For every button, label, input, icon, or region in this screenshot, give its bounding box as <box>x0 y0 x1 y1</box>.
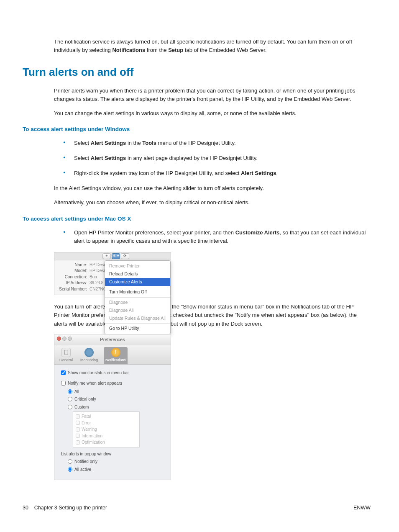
text: in the <box>126 140 142 146</box>
radio-input[interactable] <box>68 397 72 401</box>
label-name: Name: <box>57 262 87 268</box>
chk <box>76 434 80 438</box>
subhead-windows: To access alert settings under Windows <box>23 125 371 134</box>
mac-after-para: You can turn off alerts completely by un… <box>54 303 371 328</box>
radio-input[interactable] <box>68 389 72 394</box>
label-connection: Connection: <box>57 274 87 280</box>
intro-mid: from the <box>145 47 168 53</box>
custom-alert-levels-list: Fatal Error Warning Information Optimiza… <box>73 411 140 447</box>
bold-alert-settings: Alert Settings <box>91 155 126 161</box>
menu-customize-alerts[interactable]: Customize Alerts <box>105 278 170 286</box>
subhead-mac: To access alert settings under Mac OS X <box>23 215 371 224</box>
menu-go-to-hp-utility[interactable]: Go to HP Utility <box>105 324 170 332</box>
menu-remove-printer[interactable]: Remove Printer <box>105 262 170 270</box>
win-after-1: In the Alert Settings window, you can us… <box>54 184 371 193</box>
level-warning[interactable]: Warning <box>73 426 139 433</box>
radio-all[interactable]: All <box>68 388 164 395</box>
bold-alert-settings: Alert Settings <box>241 170 276 176</box>
intro-bold-setup: Setup <box>168 47 183 53</box>
menu-reload-details[interactable]: Reload Details <box>105 270 170 278</box>
radio-critical-only[interactable]: Critical only <box>68 396 164 403</box>
tab-label: Monitoring <box>80 358 98 362</box>
win-bullet-2: Select Alert Settings in any alert page … <box>54 154 371 162</box>
show-monitor-checkbox[interactable] <box>61 370 66 375</box>
text: Select <box>74 155 91 161</box>
label-serial-number: Serial Number: <box>57 286 87 293</box>
general-icon: ⎕ <box>61 348 71 357</box>
chapter-label: Chapter 3 Setting up the printer <box>34 505 107 511</box>
list-alerts-radio-group: Notified only All active <box>61 458 164 473</box>
radio-label: Notified only <box>74 458 97 465</box>
gear-pill[interactable]: ✻ ▾ <box>112 253 120 259</box>
tab-label: General <box>59 358 73 362</box>
radio-label: Critical only <box>74 396 96 403</box>
close-dot-icon[interactable] <box>57 337 61 341</box>
label: Information <box>82 433 102 439</box>
zoom-dot-icon[interactable] <box>68 337 72 341</box>
radio-label: All <box>74 388 79 395</box>
level-fatal[interactable]: Fatal <box>73 413 139 420</box>
checkbox-show-monitor-status[interactable]: Show monitor status in menu bar <box>61 370 164 376</box>
menu-turn-monitoring-off[interactable]: Turn Monitoring Off <box>105 288 170 296</box>
radio-label: All active <box>74 466 91 473</box>
preferences-body: Show monitor status in menu bar Notify m… <box>54 365 171 480</box>
level-optimization[interactable]: Optimization <box>73 439 139 446</box>
checkbox-label: Show monitor status in menu bar <box>68 370 129 376</box>
text: menu of the HP Designjet Utility. <box>156 140 236 146</box>
chk <box>76 440 80 445</box>
footer-right: ENWW <box>353 504 371 512</box>
text: Right-click the system tray icon of the … <box>74 170 241 176</box>
preferences-titlebar: Preferences <box>54 334 171 345</box>
notifications-icon: ! <box>111 348 120 357</box>
tab-monitoring[interactable]: Monitoring <box>79 347 100 364</box>
win-bullet-1: Select Alert Settings in the Tools menu … <box>54 139 371 147</box>
level-information[interactable]: Information <box>73 433 139 439</box>
preferences-toolbar: ⎕ General Monitoring ! Notifications <box>54 345 171 365</box>
text: Open HP Printer Monitor preferences, sel… <box>74 229 235 236</box>
menu-separator <box>105 323 170 324</box>
para-alerts-warn: Printer alerts warn you when there is a … <box>23 87 371 103</box>
win-after-2: Alternatively, you can choose when, if e… <box>54 198 371 207</box>
radio-input[interactable] <box>68 459 72 464</box>
notify-me-checkbox[interactable] <box>61 381 66 386</box>
refresh-pill[interactable]: ⟳ <box>121 253 129 259</box>
radio-notified-only[interactable]: Notified only <box>68 458 164 465</box>
mac-bullet-1: Open HP Printer Monitor preferences, sel… <box>54 229 371 245</box>
section-title: Turn alerts on and off <box>23 64 371 80</box>
label: Optimization <box>82 439 105 446</box>
label: Fatal <box>82 413 91 420</box>
chk <box>76 421 80 425</box>
window-title: Preferences <box>100 337 125 342</box>
text: . <box>276 170 278 176</box>
mac-bullet-list: Open HP Printer Monitor preferences, sel… <box>54 229 371 245</box>
radio-input[interactable] <box>68 467 72 472</box>
chk <box>76 427 80 432</box>
menu-separator <box>105 287 170 287</box>
label-model: Model: <box>57 268 87 274</box>
menu-diagnose-all[interactable]: Diagnose All <box>105 306 170 314</box>
radio-input[interactable] <box>68 405 72 409</box>
traffic-lights <box>57 337 72 341</box>
win-bullet-3: Right-click the system tray icon of the … <box>54 169 371 177</box>
level-error[interactable]: Error <box>73 420 139 427</box>
tab-general[interactable]: ⎕ General <box>58 347 74 364</box>
tab-notifications[interactable]: ! Notifications <box>104 347 128 364</box>
windows-bullet-list: Select Alert Settings in the Tools menu … <box>54 139 371 177</box>
minimize-dot-icon[interactable] <box>62 337 66 341</box>
list-alerts-heading: List alerts in popup window <box>61 451 164 457</box>
bold-tools: Tools <box>142 140 156 146</box>
screenshot-mac-dropdown: + ✻ ▾ ⟳ Name: Model: Connection: IP Addr… <box>54 252 171 296</box>
radio-custom[interactable]: Custom <box>68 404 164 411</box>
intro-end: tab of the Embedded Web Server. <box>183 47 266 53</box>
bold-customize-alerts: Customize Alerts <box>235 229 280 236</box>
menu-diagnose[interactable]: Diagnose <box>105 298 170 306</box>
checkbox-notify-me[interactable]: Notify me when alert appears <box>61 380 164 387</box>
menu-update-rules[interactable]: Update Rules & Diagnose All <box>105 314 170 322</box>
notify-radio-group: All Critical only Custom <box>61 388 164 411</box>
intro-paragraph: The notification service is always turne… <box>23 38 371 54</box>
label: Warning <box>82 426 97 433</box>
radio-all-active[interactable]: All active <box>68 466 164 473</box>
plus-pill[interactable]: + <box>102 253 111 259</box>
screenshot-preferences-window: Preferences ⎕ General Monitoring ! Notif… <box>54 334 171 480</box>
intro-bold-notifications: Notifications <box>112 47 145 53</box>
